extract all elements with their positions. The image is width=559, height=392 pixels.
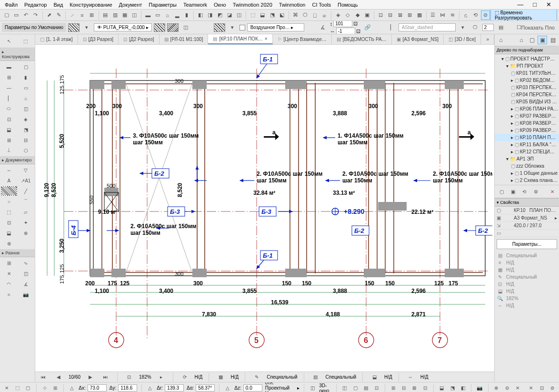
shell-tool[interactable]: ⬭ <box>1 104 17 113</box>
tool-x-icon[interactable]: ⋈ <box>438 10 447 20</box>
nav-b-icon[interactable]: ⊟ <box>400 383 408 392</box>
slab-tool[interactable]: ▭ <box>18 83 34 92</box>
layout-tree[interactable]: ▾ ▢ПРОЕКТ НАДСТРОЙКИ ТР ▾ 📁РП ПРОЕКТ ▢КР… <box>495 54 559 185</box>
story-icon[interactable]: ▥ <box>110 10 120 20</box>
change-tool[interactable]: ≈ <box>1 290 17 299</box>
hatch-3[interactable] <box>167 23 179 32</box>
cover-selector[interactable]: Воздушное Про… ▸ <box>247 23 304 31</box>
show-floor-button[interactable]: ☐ Показать Пло <box>514 23 557 32</box>
tab-a3format[interactable]: ▣[А3 Формат_NS] <box>392 34 444 44</box>
tool-z2-icon[interactable]: ⟲ <box>471 10 480 20</box>
hatch-2[interactable] <box>154 23 165 32</box>
tool-q-icon[interactable]: ▣ <box>362 10 371 20</box>
camera-tool[interactable]: 📷 <box>18 290 34 299</box>
default-params-button[interactable]: Параметры по Умолчанию <box>2 23 66 32</box>
coord-y-input[interactable] <box>333 21 352 27</box>
drawing-canvas[interactable]: a a Б-1 Б-1 Б-2 Б-3 Б-3 Б-2 Б-2 Б-4 <box>35 45 494 372</box>
beam-tool[interactable]: — <box>1 83 17 92</box>
level-tool[interactable]: ▽ <box>18 165 34 175</box>
tool-b-icon[interactable]: ◨ <box>205 10 214 20</box>
intel-tool[interactable]: ⬓ <box>1 228 17 238</box>
menu-twinmotion2020[interactable]: Twinmotion 2020 <box>230 1 275 9</box>
lock-x-icon[interactable]: ⊡ <box>356 28 360 34</box>
orient-icon[interactable]: ⟳ <box>180 372 190 382</box>
misc-b-icon[interactable]: ⊖ <box>503 383 511 392</box>
hatch-4[interactable] <box>214 23 225 32</box>
prop-format[interactable]: ▣А3 Формат_NS▸ <box>495 214 559 222</box>
mvo-value[interactable]: Специальный <box>326 374 356 380</box>
nav-view-icon[interactable]: ▢ <box>527 36 537 44</box>
tool-a-icon[interactable]: ◧ <box>196 10 205 20</box>
worksheet-tool[interactable]: ⊕ <box>18 228 34 238</box>
tool-s-icon[interactable]: ⊟ <box>386 10 395 20</box>
menu-options[interactable]: Параметры <box>146 1 180 9</box>
menu-view[interactable]: Вид <box>50 1 66 9</box>
beam-icon[interactable]: ▂ <box>172 10 181 20</box>
pen-set[interactable]: Специальный <box>267 374 297 380</box>
grid-icon[interactable]: ⊞ <box>87 10 96 20</box>
zoom-fit-icon[interactable]: ⊡ <box>124 372 134 382</box>
update-icon[interactable]: ⟲ <box>519 187 529 196</box>
mep-tool[interactable]: ⎔ <box>18 146 34 155</box>
tool-y-icon[interactable]: ≋ <box>448 10 457 20</box>
railing-tool[interactable]: ⟘ <box>1 146 17 155</box>
layer-selector[interactable]: 👁 PLITA_PER_-0,000 ▸ <box>94 23 152 31</box>
hatch-1[interactable] <box>68 23 80 32</box>
camera2-icon[interactable]: 📷 <box>476 383 483 392</box>
figure-tool[interactable]: ◫ <box>18 269 34 278</box>
misc-c-icon[interactable]: ✕ <box>514 383 521 392</box>
wall-tool[interactable]: ▬ <box>1 62 17 71</box>
tree-kr09[interactable]: ▸ ▢КР.09 РАЗВЕРТКА ПО <box>495 127 559 134</box>
tree-kr05[interactable]: ▢КР.05 ВИДЫ ИЗ РАСЧ <box>495 98 559 105</box>
skylight-tool[interactable]: ◫ <box>18 104 34 113</box>
trace-a-icon[interactable]: ⬓ <box>438 383 446 392</box>
tool-c-icon[interactable]: ◩ <box>215 10 224 20</box>
stair-selector[interactable]: AStair_dashed <box>399 23 456 31</box>
stair-opt-icon[interactable]: ▾ <box>458 23 468 32</box>
grid-snap-icon[interactable]: ⊞ <box>51 383 59 392</box>
window-tool[interactable]: ⊞ <box>1 72 17 82</box>
open-icon[interactable]: ▭ <box>11 10 20 20</box>
tool-o-icon[interactable]: ◇ <box>343 10 352 20</box>
suspend-button[interactable]: ⊘ <box>481 10 490 20</box>
zoom-value[interactable]: 182% <box>139 374 151 380</box>
tree-kr12[interactable]: ▸ ▢КР.12 СПЕЦИФИКАЦИ <box>495 148 559 155</box>
tool-v-icon[interactable]: ▩ <box>415 10 424 20</box>
tree-cover[interactable]: ▢zzz Обложка <box>495 162 559 170</box>
maximize-icon[interactable]: □ <box>530 0 539 9</box>
tool-r-icon[interactable]: ⊡ <box>376 10 385 20</box>
3d-d-icon[interactable]: ⊡ <box>373 383 380 392</box>
text-tool[interactable]: A <box>1 176 17 185</box>
nav-d-icon[interactable]: ⊡ <box>421 383 429 392</box>
elev-tool[interactable]: ✦ <box>18 218 34 227</box>
tool-p-icon[interactable]: ◆ <box>353 10 362 20</box>
new-layout-icon[interactable]: ▢ <box>496 187 507 196</box>
view-opt-icon[interactable]: ▤ <box>496 23 506 32</box>
reno-input[interactable] <box>482 24 494 31</box>
angle-dim-tool[interactable]: ∡ <box>18 279 34 289</box>
grid-element-tool[interactable]: ⊞ <box>1 258 17 268</box>
hatch-drop[interactable]: ▾ <box>81 23 92 32</box>
tool-f-icon[interactable]: ⬚ <box>248 10 257 20</box>
tree-kr07[interactable]: ▸ ▢КР.07 РАЗВЕРТКА ПО <box>495 112 559 120</box>
layers-icon[interactable]: ▤ <box>100 10 110 20</box>
nav-map-icon[interactable]: ⌂ <box>517 36 526 44</box>
brush-icon[interactable]: ✎ <box>54 10 63 20</box>
tree-kr01[interactable]: ▢КР.01 ТИТУЛЬНЫЙ ЛИ <box>495 70 559 77</box>
origin-icon[interactable]: ⊹ <box>41 383 49 392</box>
z-icon[interactable]: △ <box>224 383 231 392</box>
end-b-icon[interactable]: ⊡ <box>538 383 545 392</box>
tree-kr04[interactable]: ▢КР.04 ПЕРСПЕКТИВНЫ <box>495 91 559 98</box>
dim-tool[interactable]: ↔ <box>1 165 17 175</box>
slab-icon[interactable]: ▭ <box>153 10 162 20</box>
delete-icon[interactable]: ✕ <box>547 187 558 196</box>
reno-filter-icon[interactable]: ⬓ <box>369 372 379 382</box>
tab-section-d2[interactable]: ⊡[Д2 Разрез] <box>119 34 160 44</box>
nav-layout-icon[interactable]: ▣ <box>538 36 547 44</box>
tool-k-icon[interactable]: ⎔ <box>300 10 309 20</box>
end-a-icon[interactable]: ✕ <box>527 383 535 392</box>
tree-kr02[interactable]: ▸ ▢КР.02 ВЕДОМОСТЬ РА <box>495 77 559 84</box>
nav-publisher-icon[interactable]: ▤ <box>548 36 558 44</box>
redo-icon[interactable]: ↷ <box>31 10 40 20</box>
first-page-icon[interactable]: ⏮ <box>38 372 49 382</box>
